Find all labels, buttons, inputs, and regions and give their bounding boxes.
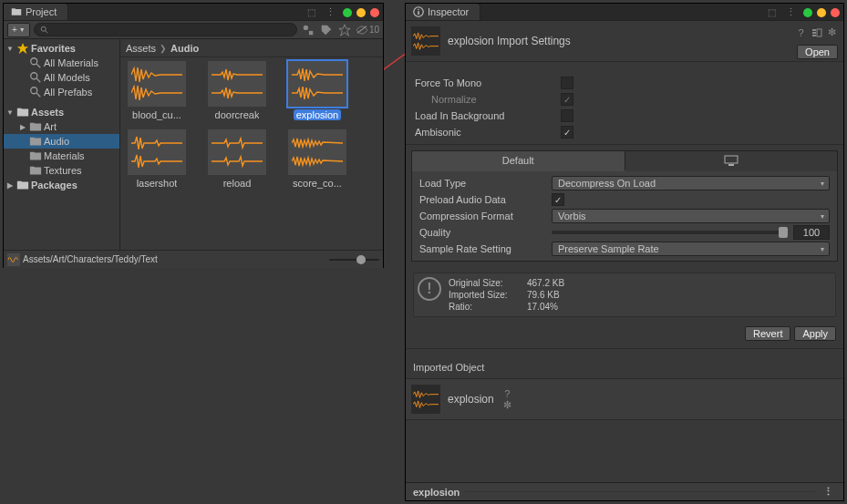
tree-assets[interactable]: ▼ Assets xyxy=(4,105,119,119)
waveform-icon xyxy=(413,42,439,50)
tree-favorites[interactable]: ▼ Favorites xyxy=(4,41,119,56)
project-tab-label: Project xyxy=(26,6,57,17)
path-text: Assets/Art/Characters/Teddy/Text xyxy=(23,254,158,264)
platform-tab-default[interactable]: Default xyxy=(412,151,625,171)
dot-green[interactable] xyxy=(343,8,352,17)
apply-button[interactable]: Apply xyxy=(794,326,836,341)
search-input[interactable] xyxy=(34,23,297,36)
grid-size-slider[interactable] xyxy=(329,259,379,261)
force-to-mono-checkbox[interactable] xyxy=(561,77,573,89)
imported-object-label: Imported Object xyxy=(406,349,843,378)
action-buttons: Revert Apply xyxy=(406,323,843,349)
filter-by-type-icon[interactable] xyxy=(301,23,315,37)
asset-label: reload xyxy=(223,178,252,189)
add-button[interactable]: +▼ xyxy=(7,23,30,37)
asset-item[interactable]: blood_cu... xyxy=(124,61,190,120)
breadcrumb-root[interactable]: Assets xyxy=(126,43,156,54)
compression-dropdown[interactable]: Vorbis xyxy=(552,209,830,223)
waveform-icon xyxy=(292,67,343,83)
help-icon[interactable]: ? xyxy=(795,26,807,38)
svg-point-2 xyxy=(41,26,46,31)
asset-label: score_co... xyxy=(293,178,342,189)
breadcrumb: Assets ❯ Audio xyxy=(120,39,383,57)
tree-audio[interactable]: Audio xyxy=(4,134,119,149)
svg-point-11 xyxy=(31,87,37,94)
prop-label: Sample Rate Setting xyxy=(419,243,552,254)
dot-yellow[interactable] xyxy=(817,8,826,17)
folder-icon xyxy=(16,179,29,191)
waveform-icon xyxy=(292,135,343,151)
menu-icon[interactable]: ⋮ xyxy=(821,486,836,498)
dot-red[interactable] xyxy=(831,8,840,17)
asset-thumbnail xyxy=(128,129,186,175)
normalize-checkbox: ✓ xyxy=(561,93,573,106)
tree-materials[interactable]: Materials xyxy=(4,149,119,163)
filter-by-label-icon[interactable] xyxy=(319,23,334,37)
asset-item[interactable]: lasershot xyxy=(124,129,190,189)
size-info: ! Original Size:467.2 KB Imported Size:7… xyxy=(413,273,836,317)
lock-icon[interactable]: ⬚ xyxy=(767,7,776,18)
imported-name: explosion xyxy=(448,393,494,406)
hidden-count[interactable]: 10 xyxy=(356,25,379,35)
svg-line-8 xyxy=(36,64,40,67)
asset-label: doorcreak xyxy=(215,109,260,120)
menu-icon[interactable]: ⋮ xyxy=(786,6,799,18)
asset-label: lasershot xyxy=(137,178,178,189)
svg-rect-22 xyxy=(728,164,734,166)
save-search-icon[interactable] xyxy=(337,23,352,37)
platform-tab-standalone[interactable] xyxy=(625,151,838,171)
quality-slider[interactable] xyxy=(552,231,788,234)
folder-icon xyxy=(29,135,42,148)
tree-fav-prefabs[interactable]: All Prefabs xyxy=(4,85,119,99)
search-icon xyxy=(29,57,42,69)
revert-button[interactable]: Revert xyxy=(745,326,790,341)
project-tab-bar: Project ⬚ ⋮ xyxy=(4,4,383,21)
svg-line-10 xyxy=(36,78,40,82)
tree-fav-models[interactable]: All Models xyxy=(4,70,119,85)
asset-item[interactable]: reload xyxy=(204,129,270,189)
svg-rect-19 xyxy=(812,35,816,36)
quality-value[interactable]: 100 xyxy=(793,225,830,240)
gear-icon[interactable]: ✼ xyxy=(501,399,513,411)
tree-packages[interactable]: ▶ Packages xyxy=(4,178,119,192)
asset-item[interactable]: explosion xyxy=(284,61,350,120)
waveform-icon xyxy=(292,85,343,101)
svg-rect-20 xyxy=(817,29,821,36)
svg-line-3 xyxy=(45,30,47,33)
project-tab[interactable]: Project xyxy=(4,4,68,20)
folder-icon xyxy=(11,6,22,17)
chevron-right-icon: ❯ xyxy=(160,44,167,53)
ambisonic-checkbox[interactable]: ✓ xyxy=(561,126,573,139)
open-button[interactable]: Open xyxy=(797,45,838,59)
breadcrumb-current[interactable]: Audio xyxy=(170,43,199,54)
gear-icon[interactable]: ✼ xyxy=(826,26,838,38)
svg-line-12 xyxy=(36,93,40,97)
asset-thumbnail xyxy=(208,61,266,107)
load-in-bg-checkbox[interactable] xyxy=(561,109,573,122)
inspector-tab[interactable]: Inspector xyxy=(406,4,480,20)
inspector-panel: Inspector ⬚ ⋮ explosion Import Settings … xyxy=(405,3,844,501)
load-type-dropdown[interactable]: Decompress On Load xyxy=(552,176,830,190)
asset-item[interactable]: doorcreak xyxy=(204,61,270,120)
dot-yellow[interactable] xyxy=(356,8,366,17)
preview-footer[interactable]: explosion ⋮ xyxy=(406,482,843,500)
platform-tabs: Default xyxy=(412,151,837,171)
dot-red[interactable] xyxy=(370,8,379,17)
asset-label: blood_cu... xyxy=(132,109,181,120)
tree-art[interactable]: ▶Art xyxy=(4,119,119,134)
menu-icon[interactable]: ⋮ xyxy=(325,6,338,18)
imported-object-header: explosion ? ✼ xyxy=(406,378,843,420)
preload-checkbox[interactable]: ✓ xyxy=(552,193,564,206)
lock-icon[interactable]: ⬚ xyxy=(306,7,315,18)
dot-green[interactable] xyxy=(803,8,812,17)
tree-fav-materials[interactable]: All Materials xyxy=(4,56,119,70)
asset-thumbnail xyxy=(411,26,440,56)
monitor-icon xyxy=(724,155,739,166)
preset-icon[interactable] xyxy=(811,26,822,38)
svg-rect-21 xyxy=(725,156,738,163)
tree-textures[interactable]: Textures xyxy=(4,163,119,178)
asset-item[interactable]: score_co... xyxy=(284,129,350,189)
sample-rate-dropdown[interactable]: Preserve Sample Rate xyxy=(552,242,830,256)
help-icon[interactable]: ? xyxy=(501,387,513,399)
waveform-icon xyxy=(212,135,263,151)
